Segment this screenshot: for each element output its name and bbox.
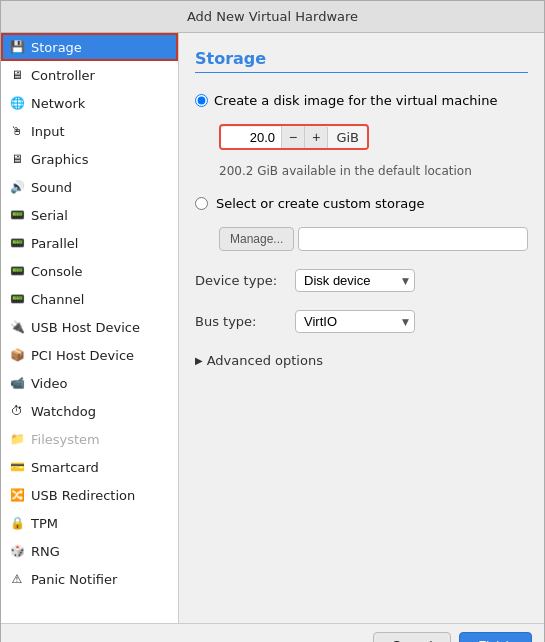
dialog-body: 💾Storage🖥Controller🌐Network🖱Input🖥Graphi… — [1, 33, 544, 623]
custom-storage-radio-row: Select or create custom storage — [195, 196, 528, 211]
sidebar-item-label-usb-host: USB Host Device — [31, 320, 140, 335]
disk-decrease-button[interactable]: − — [281, 126, 304, 148]
sidebar-item-console[interactable]: 📟Console — [1, 257, 178, 285]
device-type-row: Device type: Disk device — [195, 269, 528, 292]
finish-button[interactable]: Finish — [459, 632, 532, 642]
sidebar-item-label-smartcard: Smartcard — [31, 460, 99, 475]
usb-redir-icon: 🔀 — [9, 487, 25, 503]
device-type-label: Device type: — [195, 273, 285, 288]
storage-icon: 💾 — [9, 39, 25, 55]
custom-storage-inputs: Manage... — [219, 227, 528, 251]
sidebar-item-watchdog[interactable]: ⏱Watchdog — [1, 397, 178, 425]
channel-icon: 📟 — [9, 291, 25, 307]
sidebar-item-label-controller: Controller — [31, 68, 95, 83]
sidebar: 💾Storage🖥Controller🌐Network🖱Input🖥Graphi… — [1, 33, 179, 623]
sidebar-item-video[interactable]: 📹Video — [1, 369, 178, 397]
custom-storage-label[interactable]: Select or create custom storage — [216, 196, 424, 211]
advanced-options-label: Advanced options — [207, 353, 323, 368]
manage-button[interactable]: Manage... — [219, 227, 294, 251]
panic-icon: ⚠ — [9, 571, 25, 587]
sidebar-item-label-usb-redir: USB Redirection — [31, 488, 135, 503]
sidebar-item-storage[interactable]: 💾Storage — [1, 33, 178, 61]
tpm-icon: 🔒 — [9, 515, 25, 531]
create-disk-radio-row: Create a disk image for the virtual mach… — [195, 93, 528, 108]
sidebar-item-label-graphics: Graphics — [31, 152, 88, 167]
custom-storage-radio[interactable] — [195, 197, 208, 210]
advanced-arrow-icon: ▶ — [195, 355, 203, 366]
disk-size-row: − + GiB — [219, 124, 528, 150]
sidebar-item-label-channel: Channel — [31, 292, 84, 307]
network-icon: 🌐 — [9, 95, 25, 111]
controller-icon: 🖥 — [9, 67, 25, 83]
sidebar-item-label-console: Console — [31, 264, 83, 279]
sidebar-item-graphics[interactable]: 🖥Graphics — [1, 145, 178, 173]
sidebar-item-panic[interactable]: ⚠Panic Notifier — [1, 565, 178, 593]
sidebar-item-label-storage: Storage — [31, 40, 82, 55]
advanced-options-row[interactable]: ▶ Advanced options — [195, 353, 528, 368]
bus-type-row: Bus type: VirtIO — [195, 310, 528, 333]
sidebar-item-label-parallel: Parallel — [31, 236, 78, 251]
sidebar-item-label-video: Video — [31, 376, 67, 391]
sidebar-item-smartcard[interactable]: 💳Smartcard — [1, 453, 178, 481]
sidebar-item-sound[interactable]: 🔊Sound — [1, 173, 178, 201]
available-space-text: 200.2 GiB available in the default locat… — [219, 164, 528, 178]
serial-icon: 📟 — [9, 207, 25, 223]
sidebar-item-network[interactable]: 🌐Network — [1, 89, 178, 117]
sidebar-item-label-filesystem: Filesystem — [31, 432, 100, 447]
console-icon: 📟 — [9, 263, 25, 279]
sidebar-item-usb-host[interactable]: 🔌USB Host Device — [1, 313, 178, 341]
disk-size-input[interactable] — [221, 127, 281, 148]
disk-size-box: − + GiB — [219, 124, 369, 150]
sound-icon: 🔊 — [9, 179, 25, 195]
section-title: Storage — [195, 49, 528, 73]
bus-type-select-wrapper: VirtIO — [295, 310, 415, 333]
graphics-icon: 🖥 — [9, 151, 25, 167]
sidebar-item-label-rng: RNG — [31, 544, 60, 559]
create-disk-label[interactable]: Create a disk image for the virtual mach… — [214, 93, 497, 108]
add-hardware-dialog: Add New Virtual Hardware 💾Storage🖥Contro… — [0, 0, 545, 642]
rng-icon: 🎲 — [9, 543, 25, 559]
video-icon: 📹 — [9, 375, 25, 391]
disk-increase-button[interactable]: + — [304, 126, 327, 148]
sidebar-item-tpm[interactable]: 🔒TPM — [1, 509, 178, 537]
filesystem-icon: 📁 — [9, 431, 25, 447]
sidebar-item-label-network: Network — [31, 96, 85, 111]
sidebar-item-filesystem: 📁Filesystem — [1, 425, 178, 453]
smartcard-icon: 💳 — [9, 459, 25, 475]
device-type-select[interactable]: Disk device — [295, 269, 415, 292]
sidebar-item-label-serial: Serial — [31, 208, 68, 223]
dialog-footer: Cancel Finish — [1, 623, 544, 642]
sidebar-item-label-sound: Sound — [31, 180, 72, 195]
sidebar-item-pci-host[interactable]: 📦PCI Host Device — [1, 341, 178, 369]
watchdog-icon: ⏱ — [9, 403, 25, 419]
usb-host-icon: 🔌 — [9, 319, 25, 335]
parallel-icon: 📟 — [9, 235, 25, 251]
dialog-title: Add New Virtual Hardware — [1, 1, 544, 33]
pci-host-icon: 📦 — [9, 347, 25, 363]
sidebar-item-usb-redir[interactable]: 🔀USB Redirection — [1, 481, 178, 509]
bus-type-label: Bus type: — [195, 314, 285, 329]
input-icon: 🖱 — [9, 123, 25, 139]
storage-path-input[interactable] — [298, 227, 528, 251]
sidebar-item-label-panic: Panic Notifier — [31, 572, 117, 587]
sidebar-item-channel[interactable]: 📟Channel — [1, 285, 178, 313]
sidebar-item-label-input: Input — [31, 124, 65, 139]
create-disk-radio[interactable] — [195, 94, 208, 107]
sidebar-item-rng[interactable]: 🎲RNG — [1, 537, 178, 565]
bus-type-select[interactable]: VirtIO — [295, 310, 415, 333]
sidebar-item-serial[interactable]: 📟Serial — [1, 201, 178, 229]
sidebar-item-label-tpm: TPM — [31, 516, 58, 531]
main-content: Storage Create a disk image for the virt… — [179, 33, 544, 623]
device-type-select-wrapper: Disk device — [295, 269, 415, 292]
sidebar-item-controller[interactable]: 🖥Controller — [1, 61, 178, 89]
sidebar-item-label-pci-host: PCI Host Device — [31, 348, 134, 363]
sidebar-item-input[interactable]: 🖱Input — [1, 117, 178, 145]
cancel-button[interactable]: Cancel — [373, 632, 451, 642]
disk-unit-label: GiB — [327, 127, 367, 148]
sidebar-item-parallel[interactable]: 📟Parallel — [1, 229, 178, 257]
sidebar-item-label-watchdog: Watchdog — [31, 404, 96, 419]
